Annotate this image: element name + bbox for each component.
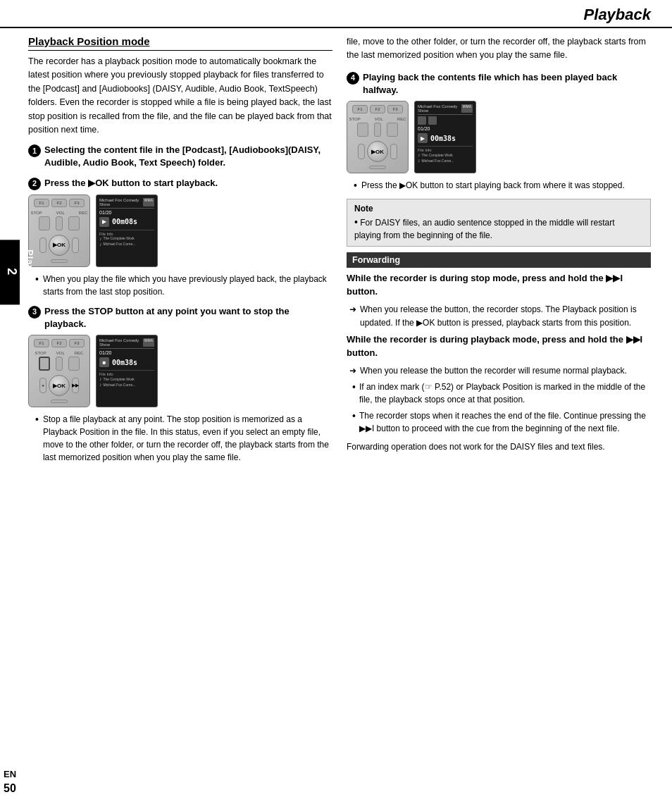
right-col-intro: file, move to the other folder, or turn … [347,35,651,63]
step-4: 4 Playing back the contents file which h… [347,71,651,192]
step-1: 1 Selecting the content file in the [Pod… [28,144,332,169]
language-label: EN [4,769,16,779]
f3-button: F3 [69,199,85,207]
ok-button-2[interactable]: ▶OK [49,375,70,396]
stop-label: STOP [31,211,42,215]
bottom-labels: EN 50 [0,769,20,795]
screen-track-2: 01/20 [99,350,154,355]
forwarding-playback-bullet: ➜ When you release the button the record… [347,364,651,378]
section-title: Playback Position mode [28,35,332,51]
rec-label: REC [79,211,88,215]
f3-button-3: F3 [387,105,403,113]
arrow-icon-2: ➜ [349,364,356,378]
note-text: • For DAISY files, an audio sentence sto… [354,216,643,242]
step-2-header: 2 Press the ▶OK button to start playback… [28,177,332,190]
vol-label-2: VOL [56,351,65,355]
step-4-devices: F1 F2 F3 STOPVOLREC [347,101,651,173]
step-3: 3 Press the STOP button at any point you… [28,305,332,464]
screen-title-1: Michael Fox Comedy Show WMA [99,198,154,209]
step-3-text: Press the STOP button at any point you w… [44,305,332,331]
screen-file-info-1: File Info ♪ The Complete Work ♪ Michael … [99,230,154,247]
step-1-header: 1 Selecting the content file in the [Pod… [28,144,332,169]
step-2-number: 2 [28,178,41,190]
step-2-bullet-text: When you play the file which you have pr… [43,273,332,298]
forwarding-stop-title: While the recorder is during stop mode, … [347,272,651,299]
chapter-number: 2 [4,268,19,276]
recorder-device-3: F1 F2 F3 STOPVOLREC [347,101,409,173]
recorder-device-2: F1 F2 F3 STOP VOL REC [28,335,90,407]
step-4-header: 4 Playing back the contents file which h… [347,71,651,97]
page-title: Playback [584,6,651,24]
main-content: Playback Position mode The recorder has … [0,35,672,485]
right-column: file, move to the other folder, or turn … [347,35,651,471]
ok-button-1[interactable]: ▶OK [49,235,70,256]
screen-track-3: 01/20 [418,126,473,131]
screen-time-3: 00m38s [430,135,456,142]
stop-label-2: STOP [35,351,46,355]
step-3-header: 3 Press the STOP button at any point you… [28,305,332,331]
step-1-text: Selecting the content file in the [Podca… [44,144,332,169]
step-3-bullet-text: Stop a file playback at any point. The s… [43,413,332,464]
forwarding-header: Forwarding [347,252,651,268]
ok-button-3[interactable]: ▶OK [367,141,388,162]
rec-label-2: REC [75,351,84,355]
step-2: 2 Press the ▶OK button to start playback… [28,177,332,298]
screen-device-2: Michael Fox Comedy Show WMA 01/20 ■ 00m3… [96,335,158,407]
screen-file-info-3: File Info ♪ The Complete Work ♪ Michael … [418,146,473,163]
vol-label: VOL [56,211,65,215]
screen-title-3: Michael Fox Comedy Show WMA [418,104,473,115]
step-1-number: 1 [28,144,41,157]
screen-device-1: Michael Fox Comedy Show WMA 01/20 ▶ 00m0… [96,194,158,267]
screen-title-2: Michael Fox Comedy Show WMA [99,338,154,349]
step-3-devices: F1 F2 F3 STOP VOL REC [28,335,332,407]
f2-button-2: F2 [51,339,67,347]
step-2-bullet: • When you play the file which you have … [28,273,332,298]
forwarding-playback-title: While the recorder is during playback mo… [347,333,651,360]
note-label: Note [354,204,643,214]
screen-device-3: Michael Fox Comedy Show WMA 01/20 ▶ 00m3… [414,101,476,173]
step-4-bullet: • Press the ▶OK button to start playing … [347,179,651,192]
page-number: 50 [4,782,16,795]
step-2-devices: F1 F2 F3 STOP VOL REC [28,194,332,267]
f3-button-2: F3 [69,339,85,347]
chapter-label: Playback [25,249,35,295]
step-4-number: 4 [347,72,359,85]
forwarding-list-item-2: • The recorder stops when it reaches the… [347,409,651,435]
screen-file-info-2: File Info ♪ The Complete Work ♪ Michael … [99,370,154,387]
step-3-bullet: • Stop a file playback at any point. The… [28,413,332,464]
arrow-icon-1: ➜ [349,303,356,316]
forwarding-stop-bullet: ➜ When you release the button, the recor… [347,303,651,329]
recorder-device-1: F1 F2 F3 STOP VOL REC [28,194,90,267]
f2-button-3: F2 [370,105,385,113]
f2-button: F2 [51,199,67,207]
f1-button: F1 [34,199,49,207]
step-4-text: Playing back the contents file which has… [363,71,651,97]
forwarding-list-item-1: • If an index mark (☞ P.52) or Playback … [347,381,651,406]
step-4-bullet-text: Press the ▶OK button to start playing ba… [361,179,625,192]
f1-button-3: F1 [352,105,368,113]
forwarding-footer: Forwarding operation does not work for t… [347,440,651,454]
intro-text: The recorder has a playback position mod… [28,55,332,137]
screen-time-1: 00m08s [112,218,137,226]
screen-time-2: 00m38s [112,359,137,366]
screen-track-1: 01/20 [99,210,154,215]
left-column: Playback Position mode The recorder has … [28,35,332,471]
page-header: Playback [0,0,672,28]
step-3-number: 3 [28,306,41,319]
step-2-text: Press the ▶OK button to start playback. [44,177,218,190]
note-box: Note • For DAISY files, an audio sentenc… [347,199,651,247]
side-tab: 2 Playback [0,240,20,304]
f1-button-2: F1 [34,339,49,347]
